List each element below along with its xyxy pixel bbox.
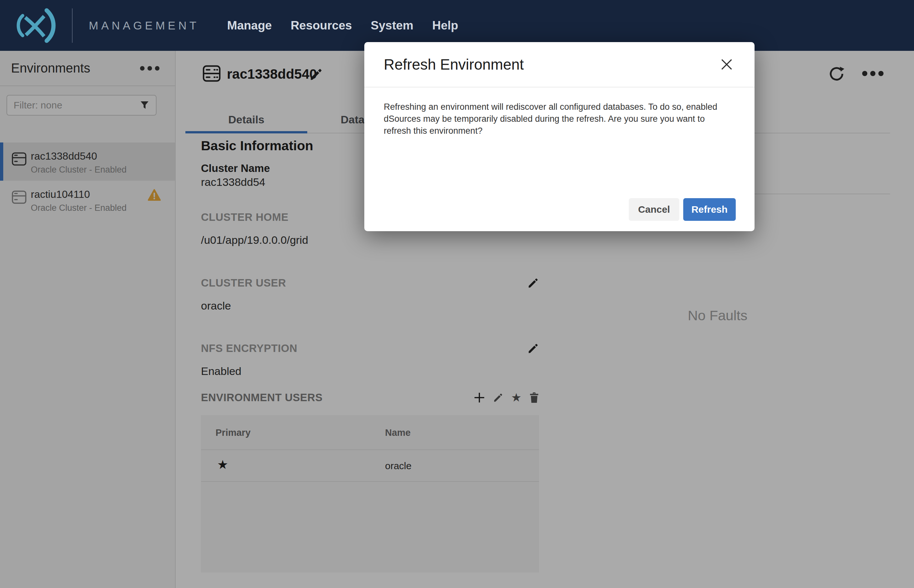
- brand-label: MANAGEMENT: [89, 19, 199, 32]
- navbar-divider: [72, 8, 73, 43]
- refresh-button[interactable]: Refresh: [683, 198, 736, 221]
- menu-item-resources[interactable]: Resources: [291, 19, 352, 32]
- close-icon[interactable]: [720, 58, 733, 71]
- delphix-logo-icon[interactable]: [13, 8, 62, 44]
- refresh-environment-dialog: Refresh Environment Refreshing an enviro…: [364, 42, 755, 231]
- menu-item-system[interactable]: System: [371, 19, 413, 32]
- menu-item-manage[interactable]: Manage: [227, 19, 272, 32]
- menu-item-help[interactable]: Help: [432, 19, 458, 32]
- dialog-text-line: dSources may be temporarily disabled dur…: [384, 113, 735, 125]
- cancel-button[interactable]: Cancel: [629, 198, 679, 221]
- main-menu: Manage Resources System Help: [227, 19, 458, 32]
- app-screen: MANAGEMENT Manage Resources System Help …: [0, 0, 914, 588]
- dialog-title: Refresh Environment: [384, 56, 524, 73]
- dialog-header: Refresh Environment: [364, 42, 755, 87]
- dialog-footer: Cancel Refresh: [629, 198, 736, 221]
- dialog-text-line: refresh this environment?: [384, 125, 735, 137]
- dialog-body: Refreshing an environment will rediscove…: [364, 87, 755, 137]
- dialog-text-line: Refreshing an environment will rediscove…: [384, 101, 735, 113]
